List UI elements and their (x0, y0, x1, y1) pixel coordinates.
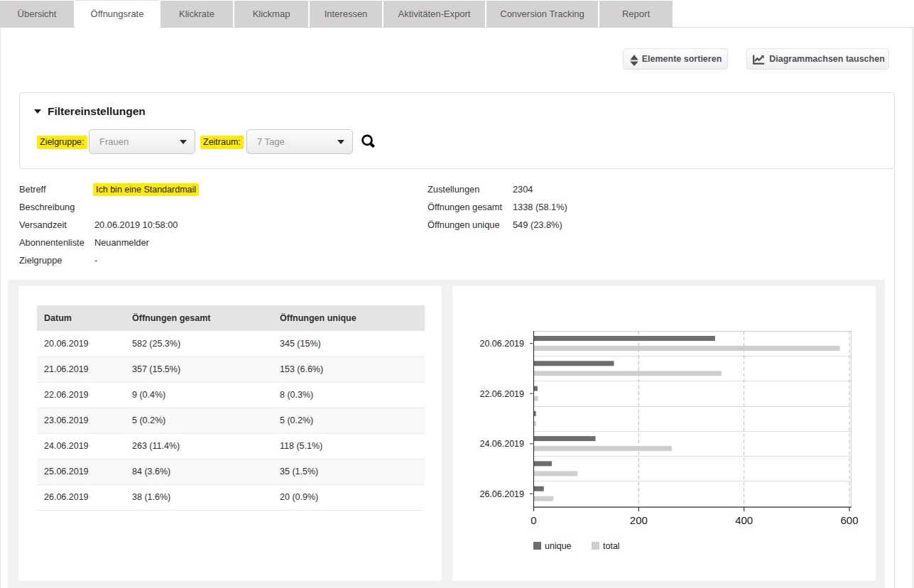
svg-text:600: 600 (840, 514, 858, 526)
svg-text:200: 200 (630, 514, 648, 526)
svg-text:24.06.2019: 24.06.2019 (479, 439, 524, 449)
svg-text:total: total (603, 541, 620, 551)
svg-text:400: 400 (735, 514, 753, 526)
svg-text:20.06.2019: 20.06.2019 (479, 339, 524, 349)
svg-text:unique: unique (545, 541, 572, 551)
svg-text:0: 0 (531, 514, 536, 526)
svg-text:26.06.2019: 26.06.2019 (479, 489, 524, 499)
svg-text:22.06.2019: 22.06.2019 (479, 389, 524, 399)
